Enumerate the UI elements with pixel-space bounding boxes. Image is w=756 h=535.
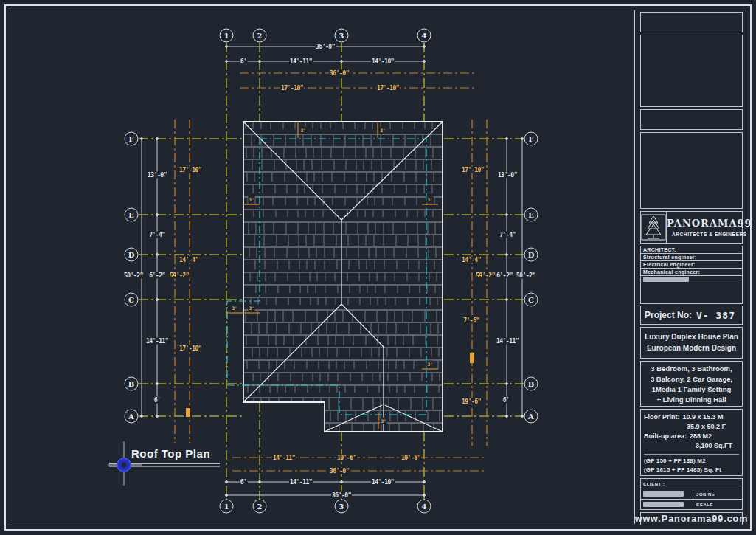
dim-label: 14'-11" — [272, 455, 296, 461]
eave-dim-label: 3' — [379, 127, 386, 134]
grid-bubble-2: 2 — [253, 500, 267, 514]
eave-dim-label: 3' — [248, 196, 254, 203]
roster-row-empty — [641, 283, 742, 291]
dim-label: 59'-2" — [169, 272, 190, 279]
scale-row: SCALE — [641, 500, 742, 509]
job-no-label: JOB No — [693, 492, 742, 497]
dim-label: 13'-0" — [497, 172, 518, 179]
builtup-area-imperial: 3,100 Sq.FT — [696, 441, 739, 451]
titleblock-empty-box-3 — [640, 109, 743, 130]
eave-overhang-markers — [186, 122, 474, 429]
dim-label: 7'-6" — [462, 317, 480, 324]
client-label: CLIENT : — [643, 482, 665, 486]
logo-cell — [641, 212, 667, 243]
dim-label: 7'-4" — [148, 232, 166, 238]
cad-sheet: Roof Top Plan 11223344FFEEDDCCBBAA36'-0"… — [0, 0, 756, 535]
floor-print-imperial: 35.9 x 50.2 F — [687, 422, 739, 432]
eave-dim-label: 3' — [426, 361, 433, 367]
dim-label: 14'-4" — [178, 257, 199, 263]
roster-row-structural: Structural engineer: — [641, 254, 742, 261]
features-line1: 3 Bedroom, 3 Bathroom, — [641, 364, 742, 374]
grid-bubble-C: C — [524, 293, 538, 307]
dim-label: 36'-0" — [315, 44, 336, 50]
grid-bubble-D: D — [125, 248, 139, 262]
eave-dim-label: 3' — [248, 305, 254, 311]
dim-label: 14'-11" — [289, 479, 313, 486]
features-line4: + Living Dinning Hall — [641, 395, 742, 405]
scale-label: SCALE — [693, 503, 742, 507]
roster-row-redacted — [641, 276, 742, 283]
dim-label: 36'-0" — [329, 70, 350, 77]
dim-label: 6'-2" — [496, 272, 513, 279]
plan-name-line2: European Modern Design — [641, 342, 742, 353]
features-line3: 1Media 1 Family Setting — [641, 384, 742, 395]
eave-dim-label: 3' — [426, 196, 433, 203]
dim-label: 13'-0" — [147, 172, 167, 179]
dim-label: 14'-11" — [496, 338, 519, 345]
project-number-label: Project No: — [645, 310, 692, 320]
grid-bubble-3: 3 — [335, 29, 349, 43]
plan-name-line1: Luxury Duplex House Plan — [641, 331, 742, 342]
floor-print-label: Floor Print: — [644, 413, 680, 422]
titleblock-logo-box: PANORAMA99 ARCHITECTS & ENGINEERS — [640, 211, 743, 244]
plan-name-box: Luxury Duplex House Plan European Modern… — [640, 327, 743, 359]
gf-ff-metric: (GF 150 + FF 138) M2 — [644, 457, 739, 466]
grid-bubble-B: B — [524, 377, 538, 391]
dim-label: 14'-11" — [289, 58, 313, 65]
dimension-ticks — [140, 45, 524, 497]
area-divider — [644, 454, 739, 455]
grid-bubble-A: A — [524, 410, 538, 424]
titleblock-roster-box: ARCHITECT: Structural engineer: Electric… — [640, 246, 743, 304]
grid-bubble-E: E — [524, 208, 538, 222]
grid-bubble-E: E — [125, 208, 139, 222]
brand-tagline: ARCHITECTS & ENGINEERS — [667, 229, 752, 237]
titleblock-empty-box-1 — [640, 12, 743, 32]
dim-label: 14'-11" — [145, 338, 169, 345]
dim-label: 14'-10" — [371, 58, 395, 65]
client-box: CLIENT : JOB No SCALE — [640, 478, 743, 510]
dim-label: 17'-10" — [461, 167, 485, 173]
job-row: JOB No — [641, 489, 742, 500]
eave-dim-label: 3' — [299, 127, 306, 134]
eave-dim-label: 3' — [231, 305, 237, 311]
roster-row-electrical: Electrical engineer: — [641, 261, 742, 269]
brand-name: PANORAMA99 — [667, 218, 752, 229]
titleblock-empty-box-4 — [640, 132, 743, 209]
dim-label: 7'-4" — [499, 232, 516, 238]
dim-label: 14'-4" — [461, 257, 482, 263]
grid-bubble-1: 1 — [220, 29, 234, 43]
grid-bubble-C: C — [125, 293, 139, 307]
area-summary-box: Floor Print: 10.9 x 15.3 M 35.9 x 50.2 F… — [640, 409, 743, 476]
dim-label: 10'-6" — [336, 455, 357, 461]
plan-title: Roof Top Plan — [131, 447, 210, 460]
roster-row-architect: ARCHITECT: — [641, 246, 742, 254]
grid-bubble-4: 4 — [417, 500, 431, 514]
grid-bubble-4: 4 — [417, 29, 431, 43]
builtup-area-metric: 288 M2 — [690, 432, 712, 441]
dim-label: 6' — [240, 58, 248, 65]
client-row: CLIENT : — [641, 479, 742, 489]
website-box: www.Panorama99.com — [640, 512, 743, 525]
dim-label: 6'-2" — [148, 272, 166, 279]
dim-label: 17'-10" — [178, 167, 202, 173]
grid-bubble-A: A — [125, 410, 139, 424]
brand-cell: PANORAMA99 ARCHITECTS & ENGINEERS — [667, 212, 752, 243]
dim-label: 50'-2" — [123, 272, 144, 279]
roof-shingle-hatch — [244, 122, 442, 433]
grid-bubble-3: 3 — [335, 500, 349, 514]
panorama-tree-logo-icon — [641, 214, 666, 241]
grid-bubble-B: B — [125, 377, 139, 391]
dim-label: 6' — [153, 397, 162, 404]
grid-bubble-F: F — [125, 132, 139, 146]
grid-bubble-D: D — [524, 248, 538, 262]
grid-bubble-1: 1 — [220, 500, 234, 514]
grid-bubble-2: 2 — [253, 29, 267, 43]
titleblock-empty-box-2 — [640, 35, 743, 107]
dim-label: 50'-2" — [516, 272, 536, 279]
dim-label: 14'-10" — [371, 479, 395, 486]
scale-redacted-bar — [643, 502, 684, 507]
features-box: 3 Bedroom, 3 Bathroom, 3 Balcony, 2 Car … — [640, 361, 743, 407]
floor-print-metric: 10.9 x 15.3 M — [683, 413, 724, 422]
dim-label: 6' — [240, 479, 248, 486]
redacted-bar — [643, 277, 689, 282]
